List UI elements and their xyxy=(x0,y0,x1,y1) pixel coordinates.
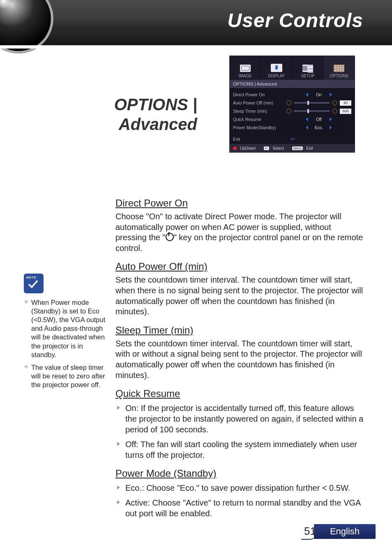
row-auto-power-off-label: Auto Power Off (min) xyxy=(233,100,286,105)
arrow-left-icon[interactable] xyxy=(306,93,308,97)
row-auto-power-off[interactable]: Auto Power Off (min) 90 xyxy=(233,99,351,107)
row-direct-power-on-value: On xyxy=(311,93,327,97)
arrow-right-icon[interactable] xyxy=(330,125,332,130)
osd-foot-exit: Exit xyxy=(306,146,313,151)
arrow-left-icon[interactable] xyxy=(306,117,308,121)
gear-icon xyxy=(286,109,291,114)
note-item-1: When Power mode (Standby) is set to Eco … xyxy=(24,298,106,359)
heading-auto-power-off: Auto Power Off (min) xyxy=(113,261,364,272)
tab-options[interactable]: OPTIONS xyxy=(324,56,355,80)
slider-auto-power-off[interactable] xyxy=(294,102,330,104)
bullet-quick-resume-on: On: If the projector is accidentally tur… xyxy=(115,403,364,435)
section-title-line2: Advanced xyxy=(33,114,197,134)
tab-display[interactable]: DISPLAY xyxy=(261,56,292,80)
heading-direct-power-on: Direct Power On xyxy=(113,197,364,209)
row-quick-resume-label: Quick Resume xyxy=(233,117,286,122)
gear-icon xyxy=(286,100,291,105)
language-badge: English xyxy=(314,524,376,539)
page-header: User Controls xyxy=(0,0,392,46)
gear-icon xyxy=(332,109,337,114)
heading-power-mode: Power Mode (Standby) xyxy=(113,468,364,479)
enter-icon: ↵ xyxy=(291,136,295,142)
row-sleep-timer[interactable]: Sleep Timer (min) 600 xyxy=(233,107,351,115)
arrow-left-icon[interactable] xyxy=(306,125,308,130)
row-quick-resume[interactable]: Quick Resume Off xyxy=(233,115,351,123)
osd-tab-bar: IMAGE DISPLAY SETUP OPTIONS xyxy=(230,56,355,80)
row-quick-resume-value: Off xyxy=(311,117,327,122)
list-power-mode: Eco.: Choose "Eco." to save power dissip… xyxy=(115,483,364,519)
red-dot-icon xyxy=(233,146,237,150)
bullet-power-mode-eco: Eco.: Choose "Eco." to save power dissip… xyxy=(115,483,364,493)
para-sleep-timer: Sets the countdown timer interval. The c… xyxy=(115,339,364,381)
side-notes: When Power mode (Standby) is set to Eco … xyxy=(24,274,106,393)
tab-display-label: DISPLAY xyxy=(268,74,285,78)
slider-sleep-timer[interactable] xyxy=(294,110,330,112)
osd-foot-updown: UpDown xyxy=(240,146,256,151)
osd-exit-label[interactable]: Exit xyxy=(233,137,240,142)
enter-keycap-icon: ↵ xyxy=(264,146,269,150)
list-quick-resume: On: If the projector is accidentally tur… xyxy=(115,403,364,460)
arrow-right-icon[interactable] xyxy=(330,117,332,121)
power-icon xyxy=(166,233,174,241)
tab-setup-label: SETUP xyxy=(301,74,314,78)
tab-image[interactable]: IMAGE xyxy=(230,56,261,80)
page-title: User Controls xyxy=(228,9,363,32)
lens-graphic xyxy=(0,0,53,53)
gear-icon xyxy=(332,100,337,105)
section-title-line1: OPTIONS | xyxy=(33,95,197,114)
note-item-2: The value of sleep timer will be reset t… xyxy=(24,363,106,389)
row-direct-power-on[interactable]: Direct Power On On xyxy=(233,91,351,99)
bullet-power-mode-active: Active: Choose "Active" to return to nor… xyxy=(115,497,364,519)
arrow-right-icon[interactable] xyxy=(330,93,332,97)
para-direct-power-on: Choose "On" to activate Direct Power mod… xyxy=(115,211,364,253)
page-footer: 51 English xyxy=(0,524,392,541)
image-icon xyxy=(240,65,251,72)
para-auto-power-off: Sets the countdown timer interval. The c… xyxy=(115,275,364,317)
options-icon xyxy=(334,65,344,72)
osd-footer: UpDown ↵ Select Menu Exit xyxy=(230,144,355,152)
heading-sleep-timer: Sleep Timer (min) xyxy=(113,325,364,336)
row-sleep-timer-label: Sleep Timer (min) xyxy=(233,109,286,114)
section-title: OPTIONS | Advanced xyxy=(33,95,197,134)
osd-foot-select: Select xyxy=(272,146,284,151)
setup-icon xyxy=(302,65,313,72)
row-power-mode-label: Power Mode(Standby) xyxy=(233,125,286,130)
osd-breadcrumb: OPTIONS | Advanced xyxy=(230,80,355,88)
display-icon xyxy=(271,64,282,72)
note-icon xyxy=(24,274,44,293)
tab-setup[interactable]: SETUP xyxy=(293,56,324,80)
osd-panel: IMAGE DISPLAY SETUP OPTIONS OPTIONS | Ad… xyxy=(229,56,355,153)
heading-quick-resume: Quick Resume xyxy=(113,388,364,399)
tab-options-label: OPTIONS xyxy=(330,74,348,78)
content-body: Direct Power On Choose "On" to activate … xyxy=(113,190,364,523)
menu-keycap: Menu xyxy=(292,146,303,150)
bullet-quick-resume-off: Off: The fan will start cooling the syst… xyxy=(115,439,364,460)
tab-image-label: IMAGE xyxy=(239,74,252,78)
row-auto-power-off-value: 90 xyxy=(340,100,351,106)
row-power-mode[interactable]: Power Mode(Standby) Eco. xyxy=(233,123,351,132)
row-direct-power-on-label: Direct Power On xyxy=(233,92,286,97)
row-power-mode-value: Eco. xyxy=(311,125,327,130)
row-sleep-timer-value: 600 xyxy=(340,109,351,114)
